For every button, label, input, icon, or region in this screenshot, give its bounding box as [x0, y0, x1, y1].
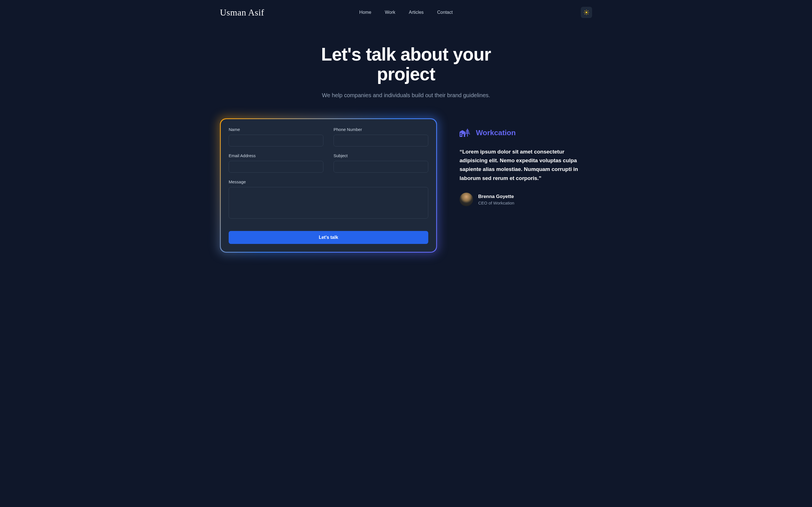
content-area: Name Phone Number Email Address Subject	[220, 118, 592, 252]
phone-label: Phone Number	[334, 127, 428, 132]
subject-field-group: Subject	[334, 153, 428, 173]
brand-name: Workcation	[476, 128, 516, 137]
contact-form: Name Phone Number Email Address Subject	[221, 119, 436, 252]
nav-articles[interactable]: Articles	[409, 10, 423, 15]
logo[interactable]: Usman Asif	[220, 7, 264, 18]
page-title: Let's talk about your project	[293, 45, 519, 84]
email-input[interactable]	[229, 161, 323, 173]
svg-marker-5	[460, 130, 465, 132]
email-label: Email Address	[229, 153, 323, 158]
svg-rect-2	[460, 133, 462, 134]
testimonial-quote: “Lorem ipsum dolor sit amet consectetur …	[460, 147, 592, 182]
phone-input[interactable]	[334, 135, 428, 147]
nav-work[interactable]: Work	[385, 10, 395, 15]
nav-contact[interactable]: Contact	[437, 10, 453, 15]
avatar	[460, 193, 473, 206]
header: Usman Asif Home Work Articles Contact	[220, 0, 592, 25]
page-subtitle: We help companies and individuals build …	[220, 92, 592, 99]
message-textarea[interactable]	[229, 187, 428, 219]
hero-section: Let's talk about your project We help co…	[220, 45, 592, 99]
name-label: Name	[229, 127, 323, 132]
message-field-group: Message	[229, 179, 428, 219]
submit-button[interactable]: Let's talk	[229, 231, 428, 244]
author-info: Brenna Goyette CEO of Workcation	[478, 194, 514, 205]
message-label: Message	[229, 179, 428, 184]
svg-rect-3	[460, 135, 462, 136]
svg-rect-4	[462, 134, 464, 137]
sun-icon	[583, 10, 589, 15]
testimonial-section: Workcation “Lorem ipsum dolor sit amet c…	[460, 118, 592, 206]
phone-field-group: Phone Number	[334, 127, 428, 147]
subject-label: Subject	[334, 153, 428, 158]
author-title: CEO of Workcation	[478, 201, 514, 205]
subject-input[interactable]	[334, 161, 428, 173]
name-input[interactable]	[229, 135, 323, 147]
theme-toggle-button[interactable]	[581, 7, 592, 18]
testimonial-author: Brenna Goyette CEO of Workcation	[460, 193, 592, 206]
nav-home[interactable]: Home	[359, 10, 371, 15]
workcation-icon	[460, 128, 472, 137]
testimonial-brand: Workcation	[460, 128, 592, 137]
name-field-group: Name	[229, 127, 323, 147]
form-wrapper: Name Phone Number Email Address Subject	[220, 118, 437, 252]
author-name: Brenna Goyette	[478, 194, 514, 200]
svg-point-0	[586, 11, 588, 13]
main-nav: Home Work Articles Contact	[359, 10, 453, 15]
email-field-group: Email Address	[229, 153, 323, 173]
